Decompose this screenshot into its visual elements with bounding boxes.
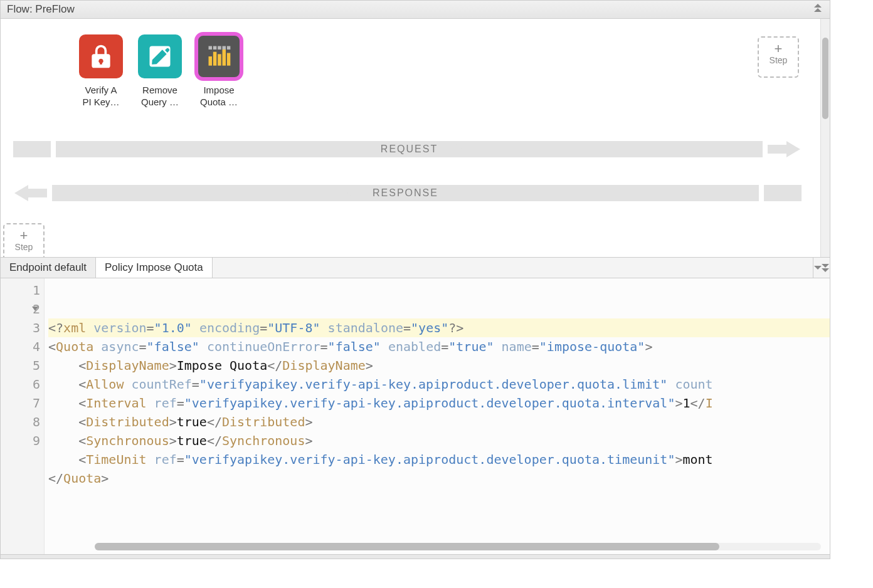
line-number: 6: [1, 375, 40, 394]
scrollbar-thumb[interactable]: [95, 543, 719, 550]
code-line[interactable]: <Allow countRef="verifyapikey.verify-api…: [48, 375, 830, 394]
code-area[interactable]: <?xml version="1.0" encoding="UTF-8" sta…: [45, 278, 830, 554]
tab-policy-impose-quota[interactable]: Policy Impose Quota: [96, 258, 213, 278]
response-label: RESPONSE: [359, 185, 452, 201]
scrollbar-thumb[interactable]: [822, 38, 828, 119]
fold-icon[interactable]: [32, 307, 38, 311]
lane-bar: REQUEST: [56, 141, 763, 157]
lane-segment: [764, 185, 802, 201]
flow-canvas-wrap: Verify API Key… RemoveQuery …: [1, 19, 830, 257]
flow-title: Flow: PreFlow: [7, 3, 75, 16]
code-line[interactable]: <TimeUnit ref="verifyapikey.verify-api-k…: [48, 450, 830, 469]
flow-canvas[interactable]: Verify API Key… RemoveQuery …: [1, 19, 820, 257]
line-number: 8: [1, 412, 40, 431]
add-step-button[interactable]: + Step: [758, 36, 799, 78]
plus-icon: +: [4, 229, 43, 242]
svg-rect-5: [227, 53, 231, 66]
pencil-icon: [138, 34, 182, 78]
request-label: REQUEST: [367, 141, 452, 157]
quota-icon: [197, 34, 241, 78]
code-line[interactable]: <?xml version="1.0" encoding="UTF-8" sta…: [48, 318, 830, 337]
lane-bar: RESPONSE: [52, 185, 759, 201]
policy-verify-api-key[interactable]: Verify API Key…: [76, 34, 126, 108]
svg-rect-2: [213, 52, 217, 66]
line-number: 1: [1, 281, 40, 300]
app-window: Flow: PreFlow Verify API Key…: [0, 0, 830, 559]
request-lane: REQUEST: [13, 141, 802, 157]
lane-segment: [13, 141, 51, 157]
code-line[interactable]: <Interval ref="verifyapikey.verify-api-k…: [48, 394, 830, 412]
plus-icon: +: [759, 43, 798, 55]
lock-icon: [79, 34, 123, 78]
tabs-spacer: [213, 258, 813, 278]
code-line[interactable]: <Synchronous>true</Synchronous>: [48, 431, 830, 450]
line-number: 5: [1, 356, 40, 375]
add-step-label: Step: [759, 55, 798, 65]
window-footer: [1, 554, 830, 559]
expand-editor-icon[interactable]: [813, 258, 830, 278]
line-number: 2: [1, 300, 40, 318]
line-number: 9: [1, 431, 40, 450]
vertical-scrollbar[interactable]: [820, 19, 830, 257]
svg-rect-6: [209, 46, 213, 50]
response-lane: RESPONSE: [13, 185, 802, 201]
add-step-button[interactable]: + Step: [3, 223, 45, 257]
code-line[interactable]: <DisplayName>Impose Quota</DisplayName>: [48, 356, 830, 375]
policy-remove-query[interactable]: RemoveQuery …: [135, 34, 185, 108]
svg-rect-4: [223, 50, 226, 66]
policy-label: Verify API Key…: [76, 85, 126, 108]
code-line[interactable]: </Quota>: [48, 469, 830, 488]
line-number: 7: [1, 394, 40, 412]
code-editor[interactable]: 123456789 <?xml version="1.0" encoding="…: [1, 278, 830, 554]
flow-header: Flow: PreFlow: [1, 1, 830, 19]
policy-label: ImposeQuota …: [194, 85, 244, 108]
line-number: 4: [1, 337, 40, 356]
policy-label: RemoveQuery …: [135, 85, 185, 108]
svg-rect-3: [218, 54, 221, 65]
tab-endpoint-default[interactable]: Endpoint default: [1, 258, 96, 278]
svg-rect-7: [213, 46, 217, 50]
horizontal-scrollbar[interactable]: [95, 543, 821, 550]
line-number: 3: [1, 318, 40, 337]
svg-rect-8: [218, 46, 221, 50]
collapse-flow-icon[interactable]: [812, 4, 823, 15]
policy-impose-quota[interactable]: ImposeQuota …: [194, 34, 244, 108]
svg-rect-9: [223, 46, 226, 50]
editor-tabs: Endpoint default Policy Impose Quota: [1, 257, 830, 278]
arrow-left-icon: [13, 185, 47, 201]
svg-rect-10: [227, 46, 231, 50]
svg-rect-1: [209, 56, 213, 66]
line-gutter: 123456789: [1, 278, 45, 554]
code-line[interactable]: <Distributed>true</Distributed>: [48, 412, 830, 431]
code-line[interactable]: <Quota async="false" continueOnError="fa…: [48, 337, 830, 356]
policy-row: Verify API Key… RemoveQuery …: [76, 34, 808, 108]
arrow-right-icon: [768, 141, 802, 157]
add-step-label: Step: [4, 242, 43, 252]
